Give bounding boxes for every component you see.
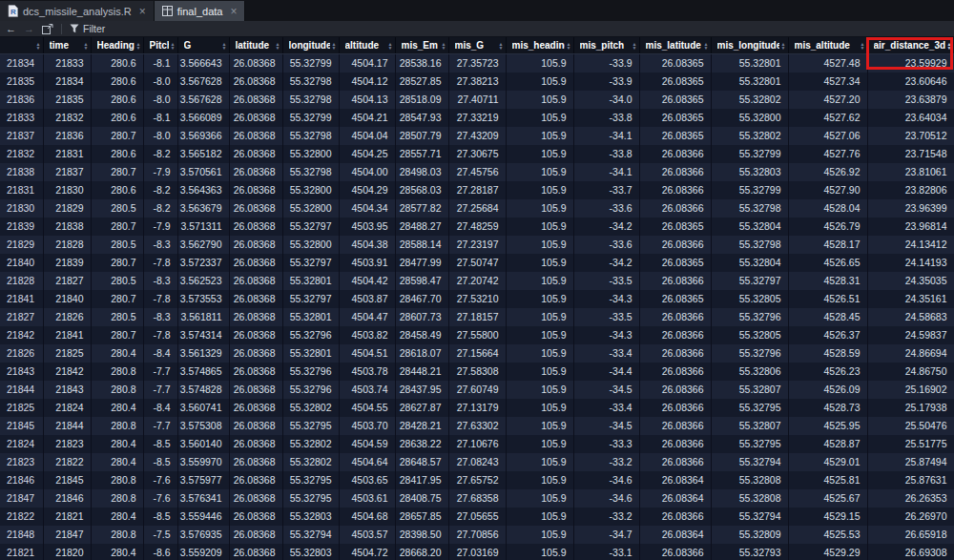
column-header-label: Pitch (150, 40, 169, 51)
data-cell: 4504.00 (339, 163, 395, 181)
sort-arrows-icon[interactable]: ▲▼ (135, 42, 141, 50)
close-tab-icon[interactable]: × (139, 6, 146, 17)
column-header-longitude[interactable]: longitude▲▼ (282, 37, 339, 54)
column-header-mis_longitude[interactable]: mis_longitude▲▼ (711, 37, 788, 54)
data-cell: 4526.79 (788, 218, 867, 236)
sort-arrows-icon[interactable]: ▲▼ (440, 42, 446, 50)
column-header-mis_heading[interactable]: mis_heading▲▼ (506, 37, 573, 54)
data-cell: 55.32799 (282, 54, 339, 73)
sort-arrows-icon[interactable]: ▲▼ (779, 42, 786, 50)
data-cell: 28638.22 (395, 435, 448, 453)
table-row[interactable]: 2183921838280.7-7.93.57131126.0836855.32… (0, 218, 954, 236)
sort-arrows-icon[interactable]: ▲▼ (702, 42, 709, 50)
sort-arrows-icon[interactable]: ▲▼ (859, 42, 865, 50)
data-cell: 4504.17 (339, 54, 395, 73)
data-table: ▲▼time▲▼Heading▲▼Pitch▲▼G▲▼latitude▲▼lon… (0, 37, 954, 560)
sort-arrows-icon[interactable]: ▲▼ (945, 42, 952, 50)
sort-arrows-icon[interactable]: ▲▼ (631, 42, 637, 50)
data-cell: 4526.92 (788, 163, 867, 181)
data-cell: 27.65752 (448, 471, 506, 489)
table-row[interactable]: 2184221841280.7-7.83.57431426.0836855.32… (0, 326, 954, 344)
column-header-mis_pitch[interactable]: mis_pitch▲▼ (573, 37, 639, 54)
data-cell: 4504.12 (339, 73, 395, 91)
data-cell: 26.08366 (639, 544, 711, 560)
sort-arrows-icon[interactable]: ▲▼ (565, 42, 571, 50)
column-header-rownames[interactable]: ▲▼ (0, 37, 43, 54)
sort-arrows-icon[interactable]: ▲▼ (497, 42, 504, 50)
column-header-mis_em[interactable]: mis_Em▲▼ (395, 37, 448, 54)
data-cell: -34.5 (573, 381, 639, 399)
table-row[interactable]: 2183721836280.7-8.03.56936626.0836855.32… (0, 127, 954, 145)
data-cell: 55.32800 (711, 109, 788, 127)
data-cell: -33.2 (573, 508, 639, 526)
column-header-latitude[interactable]: latitude▲▼ (229, 37, 282, 54)
data-cell: 55.32797 (711, 272, 788, 290)
sort-arrows-icon[interactable]: ▲▼ (220, 42, 227, 50)
data-cell: 27.53210 (448, 290, 506, 308)
table-row[interactable]: 2184821847280.8-7.53.57693526.0836855.32… (0, 526, 954, 544)
table-row[interactable]: 2182121820280.4-8.63.55920926.0836855.32… (0, 544, 954, 560)
column-header-pitch[interactable]: Pitch▲▼ (143, 37, 177, 54)
data-cell: -8.2 (143, 145, 177, 163)
sort-arrows-icon[interactable]: ▲▼ (274, 42, 280, 50)
open-in-new-window-icon[interactable] (42, 24, 53, 34)
data-cell: 55.32793 (711, 544, 788, 560)
table-row[interactable]: 2182321822280.4-8.53.55997026.0836855.32… (0, 453, 954, 471)
data-cell: -33.9 (573, 73, 639, 91)
table-row[interactable]: 2182921828280.5-8.33.56279026.0836855.32… (0, 236, 954, 254)
sort-arrows-icon[interactable]: ▲▼ (169, 42, 176, 50)
table-row[interactable]: 2184121840280.7-7.83.57355326.0836855.32… (0, 290, 954, 308)
data-cell: -8.0 (143, 91, 177, 109)
data-cell: -33.2 (573, 453, 639, 471)
table-row[interactable]: 2184521844280.8-7.73.57530826.0836855.32… (0, 417, 954, 435)
data-cell: 55.32795 (282, 417, 339, 435)
forward-button[interactable]: → (24, 24, 34, 34)
table-row[interactable]: 2183021829280.5-8.23.56367926.0836855.32… (0, 199, 954, 218)
table-row[interactable]: 2182621825280.4-8.43.56132926.0836855.32… (0, 344, 954, 363)
data-cell: 4503.57 (339, 526, 395, 544)
filter-button[interactable]: Filter (70, 23, 105, 34)
table-row[interactable]: 2183221831280.6-8.23.56518226.0836855.32… (0, 145, 954, 163)
data-cell: 27.10676 (448, 435, 506, 453)
table-row[interactable]: 2183521834280.6-8.03.56762826.0836855.32… (0, 73, 954, 91)
table-row[interactable]: 2184421843280.8-7.73.57482826.0836855.32… (0, 381, 954, 399)
column-header-altitude[interactable]: altitude▲▼ (339, 37, 395, 54)
table-row[interactable]: 2182721826280.5-8.33.56181126.0836855.32… (0, 308, 954, 326)
column-header-mis_g[interactable]: mis_G▲▼ (448, 37, 506, 54)
table-row[interactable]: 2184621845280.8-7.63.57597726.0836855.32… (0, 471, 954, 489)
sort-arrows-icon[interactable]: ▲▼ (330, 42, 337, 50)
column-header-time[interactable]: time▲▼ (43, 37, 91, 54)
table-row[interactable]: 2182221821280.4-8.53.55944626.0836855.32… (0, 508, 954, 526)
table-row[interactable]: 2183821837280.7-7.93.57056126.0836855.32… (0, 163, 954, 181)
table-row[interactable]: 2184721846280.8-7.63.57634126.0836855.32… (0, 489, 954, 508)
close-tab-icon[interactable]: × (230, 6, 237, 17)
sort-arrows-icon[interactable]: ▲▼ (82, 42, 89, 50)
table-row[interactable]: 2182421823280.4-8.53.56014026.0836855.32… (0, 435, 954, 453)
table-row[interactable]: 2183121830280.6-8.23.56436326.0836855.32… (0, 181, 954, 199)
data-cell: 55.32797 (282, 254, 339, 272)
column-header-heading[interactable]: Heading▲▼ (91, 37, 143, 54)
tab-final-data[interactable]: final_data × (155, 1, 246, 21)
data-cell: 27.28187 (448, 181, 506, 199)
table-row[interactable]: 2183421833280.6-8.13.56664326.0836855.32… (0, 54, 954, 73)
data-cell: 21828 (43, 236, 91, 254)
column-header-air_distance_3d[interactable]: air_distance_3d▲▼ (867, 37, 954, 54)
back-button[interactable]: ← (6, 24, 16, 34)
data-cell: -34.7 (573, 526, 639, 544)
table-row[interactable]: 2183621835280.6-8.03.56762826.0836855.32… (0, 91, 954, 109)
table-row[interactable]: 2184321842280.8-7.73.57486526.0836855.32… (0, 363, 954, 381)
column-header-mis_altitude[interactable]: mis_altitude▲▼ (788, 37, 867, 54)
column-header-g[interactable]: G▲▼ (177, 37, 229, 54)
tab-dcs-missile-analysis[interactable]: R dcs_missile_analysis.R × (0, 1, 155, 21)
table-row[interactable]: 2184021839280.7-7.83.57233726.0836855.32… (0, 254, 954, 272)
table-row[interactable]: 2183321832280.6-8.13.56608926.0836855.32… (0, 109, 954, 127)
data-cell: 55.32803 (711, 163, 788, 181)
table-row[interactable]: 2182521824280.4-8.43.56074126.0836855.32… (0, 399, 954, 417)
column-header-mis_latitude[interactable]: mis_latitude▲▼ (639, 37, 711, 54)
table-row[interactable]: 2182821827280.5-8.33.56252326.0836855.32… (0, 272, 954, 290)
sort-arrows-icon[interactable]: ▲▼ (34, 42, 41, 50)
r-script-icon: R (8, 5, 18, 17)
data-cell: 55.32798 (282, 127, 339, 145)
data-cell: 3.563679 (177, 199, 229, 218)
sort-arrows-icon[interactable]: ▲▼ (386, 42, 393, 50)
